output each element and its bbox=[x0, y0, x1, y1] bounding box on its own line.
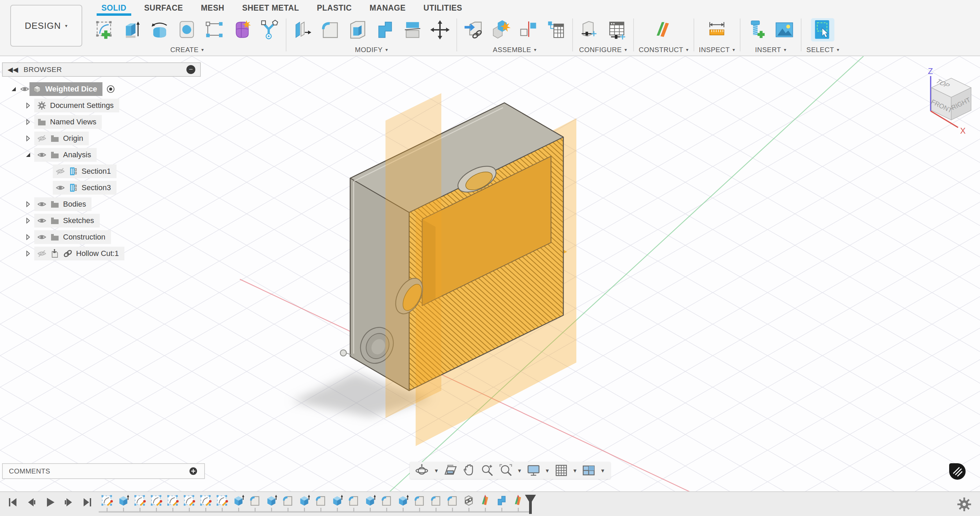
tree-item-named-views[interactable]: Named Views bbox=[34, 115, 102, 129]
pan-icon[interactable] bbox=[461, 463, 477, 478]
insert-fastener-icon[interactable] bbox=[745, 18, 768, 41]
visibility-eye-icon[interactable] bbox=[20, 84, 29, 94]
tab-mesh[interactable]: MESH bbox=[192, 0, 233, 16]
feature-sketch[interactable] bbox=[181, 494, 197, 514]
feature-extrude[interactable] bbox=[115, 494, 132, 514]
feature-sketch[interactable] bbox=[164, 494, 181, 514]
feature-extrude[interactable] bbox=[296, 494, 312, 514]
extrude-icon[interactable] bbox=[121, 18, 144, 41]
disclosure-collapsed-icon[interactable] bbox=[25, 217, 32, 224]
combine-icon[interactable] bbox=[374, 18, 397, 41]
visibility-eye-off-icon[interactable] bbox=[56, 167, 65, 176]
feature-extrude[interactable] bbox=[362, 494, 378, 514]
new-component-icon[interactable] bbox=[489, 18, 512, 41]
feedback-bubble-icon[interactable] bbox=[948, 462, 967, 481]
shell-icon[interactable] bbox=[346, 18, 369, 41]
chevron-down-icon[interactable]: ▼ bbox=[517, 468, 522, 473]
insert-group-dropdown[interactable]: INSERT▾ bbox=[755, 44, 787, 56]
split-body-icon[interactable] bbox=[401, 18, 424, 41]
visibility-eye-icon[interactable] bbox=[37, 150, 46, 160]
fillet-icon[interactable] bbox=[319, 18, 342, 41]
feature-fillet[interactable] bbox=[378, 494, 395, 514]
minimize-panel-icon[interactable]: − bbox=[186, 65, 195, 74]
feature-sketch[interactable] bbox=[132, 494, 148, 514]
go-to-start-button[interactable] bbox=[6, 495, 20, 509]
disclosure-collapsed-icon[interactable] bbox=[25, 234, 32, 240]
tab-surface[interactable]: SURFACE bbox=[135, 0, 192, 16]
insert-derive-icon[interactable] bbox=[462, 18, 485, 41]
tab-solid[interactable]: SOLID bbox=[92, 0, 135, 16]
go-to-end-button[interactable] bbox=[80, 495, 94, 509]
chevron-down-icon[interactable]: ▼ bbox=[573, 468, 578, 473]
configuration-table-icon[interactable] bbox=[605, 18, 628, 41]
visibility-eye-icon[interactable] bbox=[37, 199, 46, 209]
display-settings-icon[interactable] bbox=[526, 463, 541, 478]
viewports-icon[interactable] bbox=[581, 463, 597, 478]
tree-item-construction[interactable]: Construction bbox=[34, 230, 111, 244]
feature-fillet[interactable] bbox=[345, 494, 362, 514]
feature-fillet[interactable] bbox=[312, 494, 329, 514]
viewcube[interactable]: Z X TOP FRONT RIGHT bbox=[914, 67, 980, 145]
tab-manage[interactable]: MANAGE bbox=[361, 0, 415, 16]
tree-item-hollow-cut[interactable]: Hollow Cut:1 bbox=[34, 247, 124, 260]
feature-extrude[interactable] bbox=[329, 494, 345, 514]
move-copy-icon[interactable] bbox=[428, 18, 452, 41]
tree-item-document-settings[interactable]: Document Settings bbox=[34, 99, 119, 112]
feature-fillet[interactable] bbox=[247, 494, 263, 514]
collapse-panel-icon[interactable]: ◀◀ bbox=[8, 65, 18, 74]
tree-item-section3[interactable]: Section3 bbox=[53, 181, 116, 194]
section-plane-left[interactable] bbox=[385, 93, 441, 418]
rectangular-pattern-icon[interactable] bbox=[203, 18, 226, 41]
inspect-group-dropdown[interactable]: INSPECT▾ bbox=[699, 44, 735, 56]
chevron-down-icon[interactable]: ▼ bbox=[434, 468, 439, 473]
zoom-window-icon[interactable] bbox=[498, 463, 514, 478]
add-comment-icon[interactable] bbox=[188, 466, 198, 476]
visibility-eye-off-icon[interactable] bbox=[37, 134, 46, 143]
tree-item-sketches[interactable]: Sketches bbox=[34, 214, 100, 228]
feature-extrude[interactable] bbox=[395, 494, 411, 514]
press-pull-icon[interactable] bbox=[291, 18, 315, 41]
select-group-dropdown[interactable]: SELECT▾ bbox=[806, 44, 839, 56]
create-form-icon[interactable] bbox=[230, 18, 254, 41]
visibility-eye-off-icon[interactable] bbox=[37, 249, 46, 258]
disclosure-collapsed-icon[interactable] bbox=[25, 250, 32, 257]
step-back-button[interactable] bbox=[25, 495, 38, 509]
tree-item-bodies[interactable]: Bodies bbox=[34, 197, 91, 211]
play-button[interactable] bbox=[43, 495, 57, 509]
generative-design-icon[interactable] bbox=[258, 18, 281, 41]
chevron-down-icon[interactable]: ▼ bbox=[545, 468, 550, 473]
orbit-icon[interactable] bbox=[415, 463, 430, 478]
disclosure-expanded-icon[interactable] bbox=[25, 151, 32, 158]
measure-icon[interactable] bbox=[705, 18, 729, 41]
tree-item-weighted-dice[interactable]: Weighted Dice bbox=[29, 82, 102, 96]
configure-group-dropdown[interactable]: CONFIGURE▾ bbox=[579, 44, 627, 56]
model-canvas[interactable] bbox=[0, 56, 980, 491]
tab-utilities[interactable]: UTILITIES bbox=[415, 0, 471, 16]
construct-group-dropdown[interactable]: CONSTRUCT▾ bbox=[639, 44, 689, 56]
timeline-settings-gear-icon[interactable] bbox=[957, 497, 972, 512]
disclosure-collapsed-icon[interactable] bbox=[25, 135, 32, 142]
feature-combine[interactable] bbox=[493, 494, 510, 514]
visibility-eye-icon[interactable] bbox=[56, 183, 65, 193]
step-forward-button[interactable] bbox=[62, 495, 75, 509]
grid-settings-icon[interactable] bbox=[554, 463, 569, 478]
visibility-eye-icon[interactable] bbox=[37, 232, 46, 242]
look-at-icon[interactable] bbox=[442, 463, 458, 478]
modify-group-dropdown[interactable]: MODIFY▾ bbox=[355, 44, 388, 56]
feature-derive-link[interactable] bbox=[461, 494, 477, 514]
feature-fillet[interactable] bbox=[411, 494, 428, 514]
visibility-eye-icon[interactable] bbox=[37, 216, 46, 225]
tree-item-section1[interactable]: Section1 bbox=[53, 164, 116, 178]
zoom-icon[interactable] bbox=[479, 463, 495, 478]
create-group-dropdown[interactable]: CREATE▾ bbox=[170, 44, 204, 56]
feature-fillet[interactable] bbox=[428, 494, 444, 514]
canvas-icon[interactable] bbox=[773, 18, 796, 41]
configuration-icon[interactable] bbox=[578, 18, 601, 41]
chevron-down-icon[interactable]: ▼ bbox=[600, 468, 605, 473]
feature-fillet[interactable] bbox=[280, 494, 296, 514]
bom-table-icon[interactable] bbox=[544, 18, 568, 41]
viewport-3d[interactable]: Z X TOP FRONT RIGHT ◀◀ BROWSER − bbox=[0, 56, 980, 491]
tab-plastic[interactable]: PLASTIC bbox=[308, 0, 361, 16]
select-window-icon[interactable] bbox=[811, 18, 834, 41]
tab-sheet-metal[interactable]: SHEET METAL bbox=[233, 0, 308, 16]
